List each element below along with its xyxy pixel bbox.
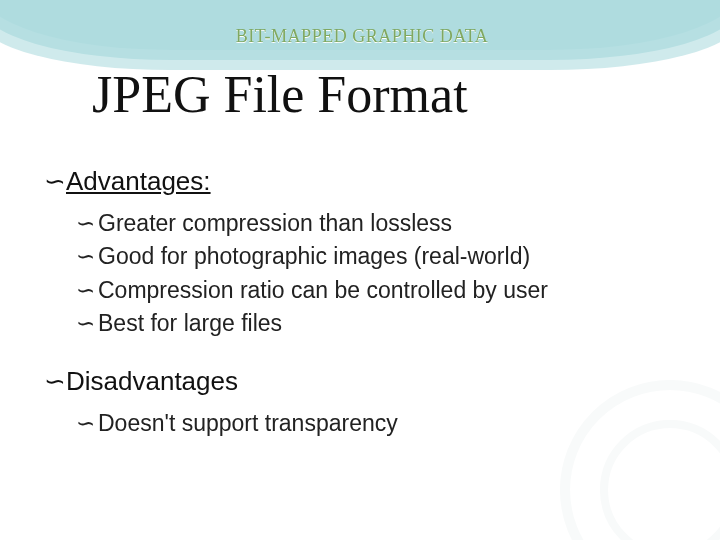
list-item: ∽ Compression ratio can be controlled by… <box>76 274 680 307</box>
list-item-text: Good for photographic images (real-world… <box>98 240 530 273</box>
list-item: ∽ Doesn't support transparency <box>76 407 680 440</box>
bullet-icon: ∽ <box>44 366 60 397</box>
section-heading-text: Disadvantages <box>66 366 238 397</box>
list-item: ∽ Good for photographic images (real-wor… <box>76 240 680 273</box>
slide-title: JPEG File Format <box>92 65 680 124</box>
section-advantages: ∽ Advantages: ∽ Greater compression than… <box>44 166 680 340</box>
slide-kicker: BIT-MAPPED GRAPHIC DATA <box>44 26 680 47</box>
slide: BIT-MAPPED GRAPHIC DATA JPEG File Format… <box>0 0 720 540</box>
section-heading: ∽ Disadvantages <box>44 366 680 397</box>
bullet-icon: ∽ <box>76 407 92 440</box>
bullet-icon: ∽ <box>76 207 92 240</box>
list-item-text: Compression ratio can be controlled by u… <box>98 274 548 307</box>
section-items: ∽ Doesn't support transparency <box>44 407 680 440</box>
bullet-icon: ∽ <box>44 166 60 197</box>
section-disadvantages: ∽ Disadvantages ∽ Doesn't support transp… <box>44 366 680 440</box>
bullet-icon: ∽ <box>76 240 92 273</box>
list-item-text: Greater compression than lossless <box>98 207 452 240</box>
list-item-text: Best for large files <box>98 307 282 340</box>
bullet-icon: ∽ <box>76 307 92 340</box>
section-heading: ∽ Advantages: <box>44 166 680 197</box>
list-item: ∽ Greater compression than lossless <box>76 207 680 240</box>
section-heading-text: Advantages: <box>66 166 211 197</box>
bullet-icon: ∽ <box>76 274 92 307</box>
list-item-text: Doesn't support transparency <box>98 407 398 440</box>
list-item: ∽ Best for large files <box>76 307 680 340</box>
section-items: ∽ Greater compression than lossless ∽ Go… <box>44 207 680 340</box>
